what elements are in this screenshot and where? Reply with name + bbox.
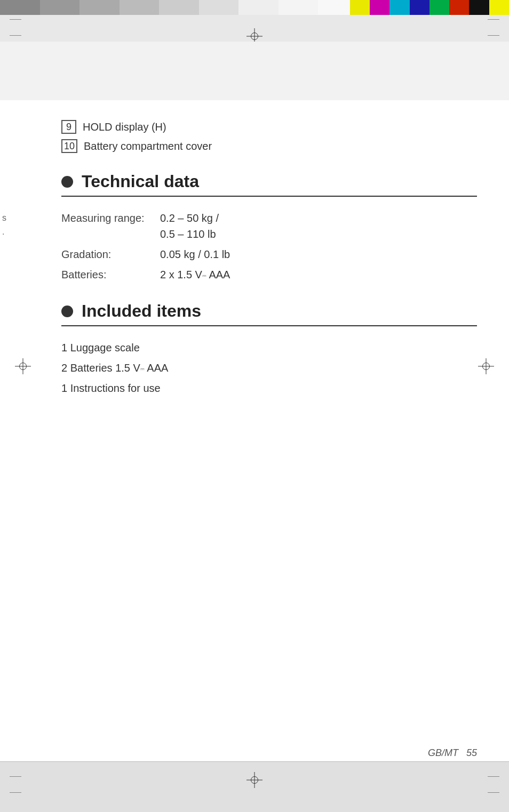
bottom-crosshair — [246, 772, 263, 788]
color-seg-black — [469, 0, 489, 15]
left-reg-mark-top — [10, 19, 21, 20]
tech-label-batteries: Batteries: — [61, 267, 160, 283]
page-ref-label: GB/MT — [428, 747, 458, 758]
item-number-9: 9 — [61, 120, 76, 134]
tech-value-measuring: 0.2 – 50 kg / 0.5 – 110 lb — [160, 210, 219, 242]
item-label-9: HOLD display (H) — [83, 121, 166, 133]
measuring-line2: 0.5 – 110 lb — [160, 226, 219, 242]
bottom-right-mark-1 — [488, 776, 499, 777]
color-seg-4 — [120, 0, 160, 15]
color-seg-magenta — [370, 0, 389, 15]
included-items-title: Included items — [82, 301, 201, 321]
tech-row-gradation: Gradation: 0.05 kg / 0.1 lb — [61, 246, 477, 262]
color-seg-3 — [79, 0, 120, 15]
page-number: 55 — [466, 747, 477, 758]
tech-table: Measuring range: 0.2 – 50 kg / 0.5 – 110… — [61, 210, 477, 283]
included-list: 1 Luggage scale 2 Batteries 1.5 V⎓ AAA 1… — [61, 340, 477, 396]
tech-row-measuring: Measuring range: 0.2 – 50 kg / 0.5 – 110… — [61, 210, 477, 242]
color-seg-yellow — [350, 0, 370, 15]
tech-row-batteries: Batteries: 2 x 1.5 V⎓ AAA — [61, 267, 477, 283]
right-reg-mark-top — [488, 19, 499, 20]
side-text-mark: · — [2, 229, 4, 239]
technical-data-section: Technical data Measuring range: 0.2 – 50… — [61, 172, 477, 283]
bottom-gray-area — [0, 761, 509, 812]
measuring-line1: 0.2 – 50 kg / — [160, 210, 219, 226]
side-text-s: s — [2, 213, 6, 223]
color-seg-red — [449, 0, 469, 15]
left-reg-mark-bottom — [10, 35, 21, 36]
color-seg-2 — [40, 0, 80, 15]
color-seg-9 — [318, 0, 350, 15]
items-list: 9 HOLD display (H) 10 Battery compartmen… — [61, 120, 477, 153]
color-seg-7 — [238, 0, 279, 15]
bottom-left-mark-2 — [10, 792, 21, 793]
tech-value-gradation: 0.05 kg / 0.1 lb — [160, 246, 230, 262]
color-seg-green — [430, 0, 449, 15]
technical-data-title: Technical data — [82, 172, 199, 191]
included-items-underline — [61, 325, 477, 326]
included-items-heading: Included items — [61, 301, 477, 321]
page-footer: GB/MT 55 — [428, 747, 477, 759]
included-item-3: 1 Instructions for use — [61, 380, 477, 396]
top-inner-light — [0, 42, 509, 100]
bottom-left-mark-1 — [10, 776, 21, 777]
color-seg-8 — [279, 0, 319, 15]
bullet-circle-tech — [61, 176, 73, 188]
bullet-circle-included — [61, 305, 73, 317]
color-seg-blue — [410, 0, 430, 15]
color-seg-5 — [159, 0, 199, 15]
included-item-1: 1 Luggage scale — [61, 340, 477, 356]
color-seg-yellow2 — [489, 0, 509, 15]
tech-label-gradation: Gradation: — [61, 246, 160, 262]
item-label-10: Battery compartment cover — [84, 140, 212, 152]
left-crosshair — [15, 358, 31, 374]
included-items-section: Included items 1 Luggage scale 2 Batteri… — [61, 301, 477, 396]
right-reg-mark-bottom — [488, 35, 499, 36]
technical-data-heading: Technical data — [61, 172, 477, 191]
top-gray-area — [0, 15, 509, 100]
included-item-2: 2 Batteries 1.5 V⎓ AAA — [61, 360, 477, 376]
color-bar — [0, 0, 509, 15]
bottom-top-line — [0, 761, 509, 762]
technical-data-underline — [61, 196, 477, 197]
tech-label-measuring: Measuring range: — [61, 210, 160, 242]
color-seg-1 — [0, 0, 40, 15]
item-row-9: 9 HOLD display (H) — [61, 120, 477, 134]
item-row-10: 10 Battery compartment cover — [61, 139, 477, 153]
color-seg-6 — [199, 0, 239, 15]
right-crosshair — [478, 358, 494, 374]
color-seg-cyan — [389, 0, 409, 15]
tech-value-batteries: 2 x 1.5 V⎓ AAA — [160, 267, 230, 283]
main-content: 9 HOLD display (H) 10 Battery compartmen… — [61, 104, 477, 400]
bottom-right-mark-2 — [488, 792, 499, 793]
item-number-10: 10 — [61, 139, 77, 153]
